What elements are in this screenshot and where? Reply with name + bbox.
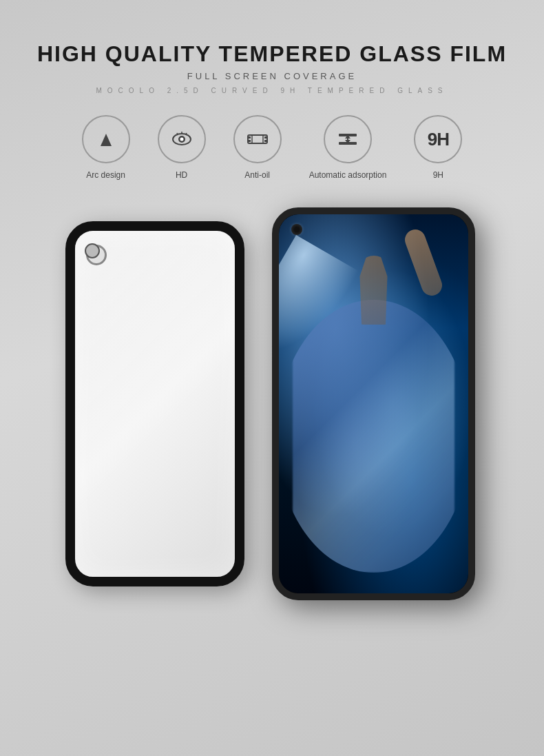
feature-hd: HD [158,115,206,180]
features-row: Arc design HD [82,115,463,180]
svg-rect-9 [264,136,267,139]
antioil-label: Anti-oil [244,170,270,180]
subtitle: FULL SCREEN COVERAGE [37,71,507,81]
arc-icon [94,127,118,152]
phone-left [65,221,244,586]
page-wrapper: HIGH QUALITY TEMPERED GLASS FILM FULL SC… [0,0,544,756]
adsorption-icon [335,127,360,152]
adsorption-label: Automatic adsorption [309,170,387,180]
tagline: MOCOLO 2.5D CURVED 9H TEMPERED GLASS [37,87,507,94]
svg-line-5 [186,133,187,135]
svg-rect-6 [248,135,267,143]
woman-figure [279,214,468,593]
arc-design-icon-circle [82,115,130,163]
phone-right-screen [279,214,468,593]
header-section: HIGH QUALITY TEMPERED GLASS FILM FULL SC… [37,41,507,94]
hd-icon [169,127,194,152]
phones-section [0,207,544,607]
antioil-icon-circle [233,115,282,163]
camera-hole-right [291,224,302,235]
svg-point-2 [180,138,183,141]
camera-hole-left [85,243,100,258]
hd-icon-circle [158,115,206,163]
9h-icon: 9H [428,129,449,150]
arc-design-label: Arc design [86,170,125,180]
feature-9h: 9H 9H [414,115,462,180]
phone-right [272,207,475,600]
antioil-icon [245,127,270,152]
9h-icon-circle: 9H [414,115,462,163]
main-title: HIGH QUALITY TEMPERED GLASS FILM [37,41,507,67]
phone-right-container [272,207,485,607]
feature-adsorption: Automatic adsorption [309,115,387,180]
feature-arc-design: Arc design [82,115,130,180]
hd-label: HD [176,170,187,180]
svg-rect-8 [248,140,251,142]
svg-rect-7 [248,136,251,139]
9h-label: 9H [433,170,443,180]
svg-line-3 [177,133,178,135]
phone-left-container [59,207,251,593]
arm-shape [402,227,445,298]
body-silhouette [357,256,391,325]
feature-antioil: Anti-oil [233,115,282,180]
svg-rect-10 [264,140,267,142]
adsorption-icon-circle [324,115,372,163]
